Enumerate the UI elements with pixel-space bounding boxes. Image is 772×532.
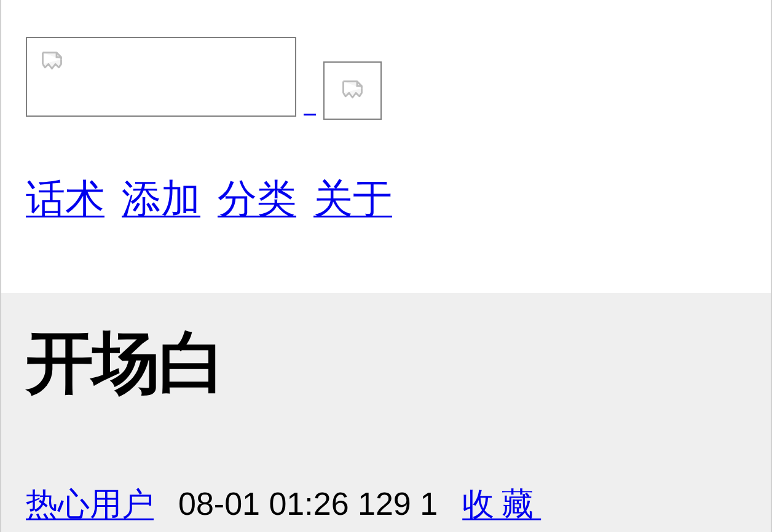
- post-meta: 热心用户 08-01 01:26 129 1 收藏: [26, 483, 746, 526]
- post-views: 129: [358, 486, 411, 522]
- post-comments: 1: [420, 486, 438, 522]
- broken-image-placeholder-small: [323, 61, 382, 120]
- broken-image-placeholder-large: [26, 37, 296, 117]
- nav-link-about[interactable]: 关于: [313, 172, 392, 225]
- post-title: 开场白: [26, 318, 746, 409]
- favorite-link[interactable]: 收藏: [462, 483, 541, 526]
- nav-link-add[interactable]: 添加: [122, 172, 200, 225]
- post-meta-text: 08-01 01:26 129 1: [178, 485, 438, 522]
- nav-link-categories[interactable]: 分类: [218, 172, 296, 225]
- post-content: 开场白 热心用户 08-01 01:26 129 1 收藏: [1, 293, 771, 532]
- broken-image-icon: [339, 77, 366, 104]
- post-author-link[interactable]: 热心用户: [26, 483, 154, 526]
- broken-image-icon: [38, 48, 66, 76]
- nav-link-scripts[interactable]: 话术: [26, 172, 104, 225]
- link-underline-mark: [304, 114, 316, 115]
- main-nav: 话术 添加 分类 关于: [26, 172, 746, 225]
- post-timestamp: 08-01 01:26: [178, 486, 349, 522]
